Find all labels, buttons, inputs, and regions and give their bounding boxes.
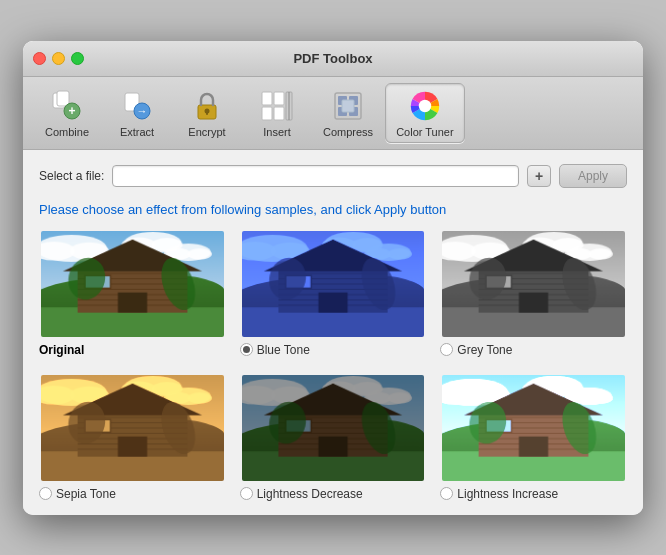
toolbar-compress-button[interactable]: Compress <box>313 84 383 142</box>
minimize-button[interactable] <box>52 52 65 65</box>
encrypt-label: Encrypt <box>188 126 225 138</box>
window-title: PDF Toolbox <box>293 51 372 66</box>
sepia-tone-radio[interactable] <box>39 487 52 500</box>
compress-icon <box>330 88 366 124</box>
insert-label: Insert <box>263 126 291 138</box>
apply-button[interactable]: Apply <box>559 164 627 188</box>
toolbar-combine-button[interactable]: + Combine <box>33 84 101 142</box>
effect-sepia-tone: Sepia Tone <box>39 373 226 501</box>
lightness-decrease-thumb[interactable] <box>240 373 427 483</box>
toolbar: + Combine → Extract <box>23 77 643 150</box>
content-area: Select a file: + Apply Please choose an … <box>23 150 643 515</box>
svg-rect-10 <box>262 92 272 105</box>
original-caption: Original <box>39 343 84 357</box>
compress-label: Compress <box>323 126 373 138</box>
svg-rect-21 <box>342 100 354 112</box>
combine-icon: + <box>49 88 85 124</box>
svg-rect-1 <box>57 91 69 106</box>
toolbar-extract-button[interactable]: → Extract <box>103 84 171 142</box>
effect-grey-tone: Grey Tone <box>440 229 627 357</box>
effect-blue-tone: Blue Tone <box>240 229 427 357</box>
combine-label: Combine <box>45 126 89 138</box>
sepia-tone-thumb[interactable] <box>39 373 226 483</box>
extract-label: Extract <box>120 126 154 138</box>
lightness-increase-caption: Lightness Increase <box>457 487 558 501</box>
effect-lightness-decrease: Lightness Decrease <box>240 373 427 501</box>
lightness-increase-radio[interactable] <box>440 487 453 500</box>
color-tuner-icon <box>407 88 443 124</box>
svg-text:→: → <box>137 105 148 117</box>
toolbar-encrypt-button[interactable]: Encrypt <box>173 84 241 142</box>
blue-tone-radio[interactable] <box>240 343 253 356</box>
add-file-button[interactable]: + <box>527 165 551 187</box>
color-tuner-label: Color Tuner <box>396 126 453 138</box>
lightness-decrease-caption: Lightness Decrease <box>257 487 363 501</box>
original-thumb[interactable] <box>39 229 226 339</box>
grey-tone-radio[interactable] <box>440 343 453 356</box>
svg-rect-11 <box>262 107 272 120</box>
lightness-increase-thumb[interactable] <box>440 373 627 483</box>
blue-tone-label-row: Blue Tone <box>240 343 427 357</box>
lightness-decrease-radio[interactable] <box>240 487 253 500</box>
file-label: Select a file: <box>39 169 104 183</box>
svg-rect-9 <box>206 111 208 115</box>
lightness-increase-label-row: Lightness Increase <box>440 487 627 501</box>
svg-point-22 <box>419 99 431 111</box>
window-controls <box>33 52 84 65</box>
titlebar: PDF Toolbox <box>23 41 643 77</box>
svg-rect-12 <box>274 92 284 105</box>
toolbar-insert-button[interactable]: Insert <box>243 84 311 142</box>
lightness-decrease-label-row: Lightness Decrease <box>240 487 427 501</box>
effect-original: Original <box>39 229 226 357</box>
encrypt-icon <box>189 88 225 124</box>
blue-tone-caption: Blue Tone <box>257 343 310 357</box>
extract-icon: → <box>119 88 155 124</box>
file-select-row: Select a file: + Apply <box>39 164 627 188</box>
toolbar-color-tuner-button[interactable]: Color Tuner <box>385 83 464 143</box>
svg-text:+: + <box>68 104 75 118</box>
grey-tone-thumb[interactable] <box>440 229 627 339</box>
file-input[interactable] <box>112 165 519 187</box>
maximize-button[interactable] <box>71 52 84 65</box>
sepia-tone-label-row: Sepia Tone <box>39 487 226 501</box>
effects-grid: Original Blue Tone G <box>39 229 627 501</box>
effect-lightness-increase: Lightness Increase <box>440 373 627 501</box>
instruction-text: Please choose an effect from following s… <box>39 202 627 217</box>
sepia-tone-caption: Sepia Tone <box>56 487 116 501</box>
blue-tone-thumb[interactable] <box>240 229 427 339</box>
insert-icon <box>259 88 295 124</box>
close-button[interactable] <box>33 52 46 65</box>
grey-tone-caption: Grey Tone <box>457 343 512 357</box>
main-window: PDF Toolbox + Combine → <box>23 41 643 515</box>
original-label-row: Original <box>39 343 226 357</box>
svg-rect-13 <box>274 107 284 120</box>
grey-tone-label-row: Grey Tone <box>440 343 627 357</box>
